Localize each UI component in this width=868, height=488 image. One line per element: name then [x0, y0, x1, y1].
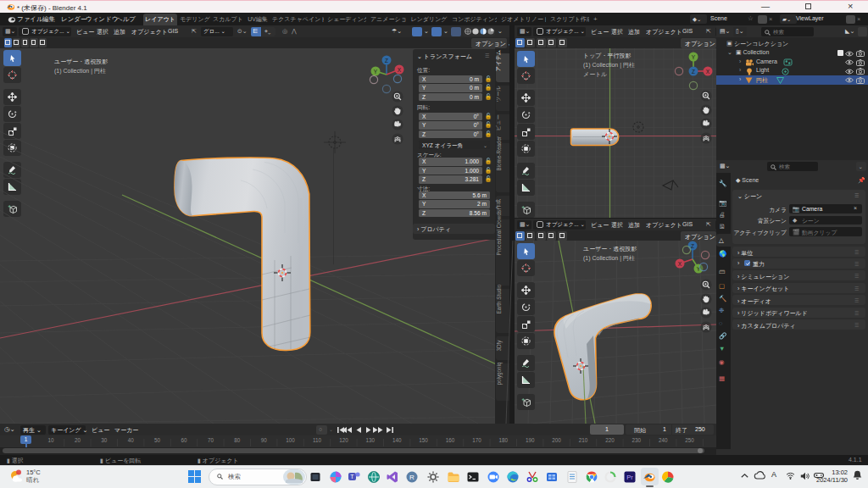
svg-text:Pr: Pr — [626, 474, 633, 481]
svg-text:Z: Z — [692, 69, 695, 75]
svg-text:Z: Z — [691, 243, 694, 249]
svg-text:Y: Y — [692, 54, 696, 60]
svg-text:X: X — [678, 261, 682, 267]
svg-text:X: X — [398, 67, 402, 73]
svg-text:R: R — [409, 474, 415, 481]
svg-text:T: T — [350, 474, 354, 480]
svg-text:X: X — [706, 69, 710, 75]
svg-text:Z: Z — [385, 58, 388, 64]
svg-text:Y: Y — [374, 69, 378, 75]
